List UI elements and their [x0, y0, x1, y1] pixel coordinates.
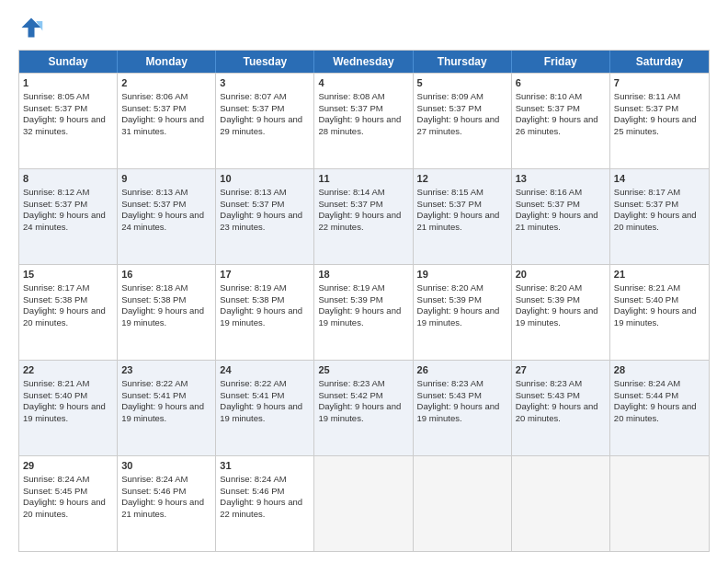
- daylight-text: Daylight: 9 hours and 19 minutes.: [23, 401, 113, 425]
- table-row: 27Sunrise: 8:23 AMSunset: 5:43 PMDayligh…: [512, 361, 610, 455]
- daylight-text: Daylight: 9 hours and 21 minutes.: [417, 210, 507, 234]
- table-row: 17Sunrise: 8:19 AMSunset: 5:38 PMDayligh…: [216, 265, 314, 360]
- day-number: 28: [614, 363, 705, 377]
- sunrise-text: Sunrise: 8:20 AM: [516, 282, 606, 294]
- sunrise-text: Sunrise: 8:14 AM: [318, 187, 408, 199]
- day-number: 25: [318, 363, 408, 377]
- sunrise-text: Sunrise: 8:22 AM: [220, 378, 310, 390]
- sunrise-text: Sunrise: 8:19 AM: [220, 282, 310, 294]
- sunset-text: Sunset: 5:38 PM: [220, 294, 310, 306]
- daylight-text: Daylight: 9 hours and 26 minutes.: [516, 114, 606, 138]
- col-header-thursday: Thursday: [414, 51, 512, 73]
- sunset-text: Sunset: 5:39 PM: [318, 294, 408, 306]
- table-row: 21Sunrise: 8:21 AMSunset: 5:40 PMDayligh…: [610, 265, 709, 360]
- table-row: [314, 456, 413, 551]
- sunset-text: Sunset: 5:37 PM: [23, 199, 113, 211]
- table-row: 2Sunrise: 8:06 AMSunset: 5:37 PMDaylight…: [118, 74, 216, 168]
- week-row-2: 8Sunrise: 8:12 AMSunset: 5:37 PMDaylight…: [19, 168, 709, 264]
- day-number: 7: [614, 76, 705, 90]
- day-number: 16: [121, 268, 211, 282]
- table-row: 7Sunrise: 8:11 AMSunset: 5:37 PMDaylight…: [610, 74, 709, 168]
- sunset-text: Sunset: 5:37 PM: [318, 199, 408, 211]
- sunrise-text: Sunrise: 8:10 AM: [516, 91, 606, 103]
- sunset-text: Sunset: 5:45 PM: [23, 486, 113, 498]
- table-row: 6Sunrise: 8:10 AMSunset: 5:37 PMDaylight…: [512, 74, 610, 168]
- sunset-text: Sunset: 5:38 PM: [121, 294, 211, 306]
- daylight-text: Daylight: 9 hours and 29 minutes.: [220, 114, 310, 138]
- sunset-text: Sunset: 5:46 PM: [220, 486, 310, 498]
- daylight-text: Daylight: 9 hours and 19 minutes.: [220, 401, 310, 425]
- sunset-text: Sunset: 5:37 PM: [23, 103, 113, 115]
- table-row: 10Sunrise: 8:13 AMSunset: 5:37 PMDayligh…: [216, 169, 314, 264]
- sunset-text: Sunset: 5:37 PM: [220, 199, 310, 211]
- day-number: 20: [516, 268, 606, 282]
- day-number: 15: [23, 268, 113, 282]
- sunrise-text: Sunrise: 8:17 AM: [23, 282, 113, 294]
- sunrise-text: Sunrise: 8:21 AM: [614, 282, 705, 294]
- daylight-text: Daylight: 9 hours and 22 minutes.: [318, 210, 408, 234]
- sunset-text: Sunset: 5:37 PM: [121, 103, 211, 115]
- day-number: 12: [417, 172, 507, 186]
- daylight-text: Daylight: 9 hours and 28 minutes.: [318, 114, 408, 138]
- sunrise-text: Sunrise: 8:23 AM: [417, 378, 507, 390]
- daylight-text: Daylight: 9 hours and 23 minutes.: [220, 210, 310, 234]
- day-number: 24: [220, 363, 310, 377]
- sunset-text: Sunset: 5:37 PM: [516, 103, 606, 115]
- sunrise-text: Sunrise: 8:07 AM: [220, 91, 310, 103]
- daylight-text: Daylight: 9 hours and 20 minutes.: [614, 210, 705, 234]
- sunset-text: Sunset: 5:43 PM: [516, 390, 606, 402]
- table-row: 23Sunrise: 8:22 AMSunset: 5:41 PMDayligh…: [118, 361, 216, 455]
- col-header-saturday: Saturday: [610, 51, 709, 73]
- day-number: 19: [417, 268, 507, 282]
- table-row: [414, 456, 512, 551]
- table-row: 15Sunrise: 8:17 AMSunset: 5:38 PMDayligh…: [19, 265, 118, 360]
- daylight-text: Daylight: 9 hours and 20 minutes.: [23, 497, 113, 521]
- sunrise-text: Sunrise: 8:23 AM: [516, 378, 606, 390]
- sunset-text: Sunset: 5:39 PM: [417, 294, 507, 306]
- week-row-5: 29Sunrise: 8:24 AMSunset: 5:45 PMDayligh…: [19, 455, 709, 551]
- day-number: 1: [23, 76, 113, 90]
- sunset-text: Sunset: 5:46 PM: [121, 486, 211, 498]
- daylight-text: Daylight: 9 hours and 21 minutes.: [121, 497, 211, 521]
- table-row: 8Sunrise: 8:12 AMSunset: 5:37 PMDaylight…: [19, 169, 118, 264]
- sunset-text: Sunset: 5:40 PM: [23, 390, 113, 402]
- table-row: 9Sunrise: 8:13 AMSunset: 5:37 PMDaylight…: [118, 169, 216, 264]
- day-number: 22: [23, 363, 113, 377]
- daylight-text: Daylight: 9 hours and 19 minutes.: [516, 305, 606, 329]
- table-row: 16Sunrise: 8:18 AMSunset: 5:38 PMDayligh…: [118, 265, 216, 360]
- sunrise-text: Sunrise: 8:24 AM: [220, 474, 310, 486]
- sunrise-text: Sunrise: 8:17 AM: [614, 187, 705, 199]
- day-number: 8: [23, 172, 113, 186]
- table-row: 18Sunrise: 8:19 AMSunset: 5:39 PMDayligh…: [314, 265, 413, 360]
- table-row: 11Sunrise: 8:14 AMSunset: 5:37 PMDayligh…: [314, 169, 413, 264]
- daylight-text: Daylight: 9 hours and 27 minutes.: [417, 114, 507, 138]
- day-number: 6: [516, 76, 606, 90]
- sunset-text: Sunset: 5:42 PM: [318, 390, 408, 402]
- daylight-text: Daylight: 9 hours and 19 minutes.: [121, 305, 211, 329]
- daylight-text: Daylight: 9 hours and 19 minutes.: [417, 401, 507, 425]
- table-row: 25Sunrise: 8:23 AMSunset: 5:42 PMDayligh…: [314, 361, 413, 455]
- calendar-header: SundayMondayTuesdayWednesdayThursdayFrid…: [19, 51, 709, 73]
- daylight-text: Daylight: 9 hours and 19 minutes.: [318, 401, 408, 425]
- table-row: 14Sunrise: 8:17 AMSunset: 5:37 PMDayligh…: [610, 169, 709, 264]
- sunset-text: Sunset: 5:37 PM: [318, 103, 408, 115]
- sunset-text: Sunset: 5:37 PM: [417, 103, 507, 115]
- sunrise-text: Sunrise: 8:18 AM: [121, 282, 211, 294]
- daylight-text: Daylight: 9 hours and 32 minutes.: [23, 114, 113, 138]
- logo-icon: [18, 15, 44, 40]
- sunrise-text: Sunrise: 8:15 AM: [417, 187, 507, 199]
- sunset-text: Sunset: 5:37 PM: [417, 199, 507, 211]
- daylight-text: Daylight: 9 hours and 24 minutes.: [23, 210, 113, 234]
- sunrise-text: Sunrise: 8:13 AM: [220, 187, 310, 199]
- week-row-1: 1Sunrise: 8:05 AMSunset: 5:37 PMDaylight…: [19, 73, 709, 168]
- table-row: 13Sunrise: 8:16 AMSunset: 5:37 PMDayligh…: [512, 169, 610, 264]
- day-number: 23: [121, 363, 211, 377]
- day-number: 14: [614, 172, 705, 186]
- day-number: 10: [220, 172, 310, 186]
- day-number: 31: [220, 459, 310, 473]
- day-number: 26: [417, 363, 507, 377]
- daylight-text: Daylight: 9 hours and 21 minutes.: [516, 210, 606, 234]
- sunrise-text: Sunrise: 8:21 AM: [23, 378, 113, 390]
- sunrise-text: Sunrise: 8:16 AM: [516, 187, 606, 199]
- day-number: 13: [516, 172, 606, 186]
